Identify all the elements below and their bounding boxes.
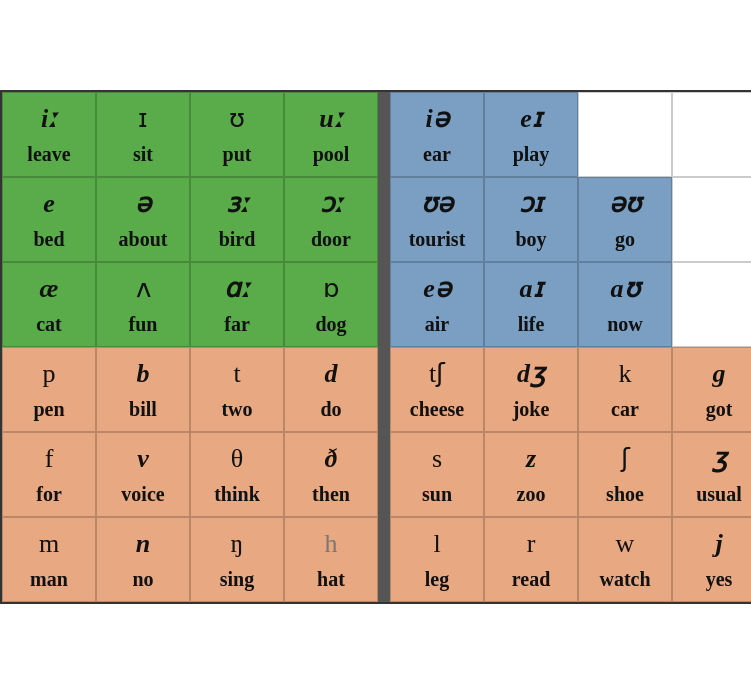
phonetic-symbol: eə [423,271,451,307]
phonetic-cell: iəear [390,92,484,177]
phonetic-cell: aʊnow [578,262,672,347]
phonetic-word: read [512,565,551,593]
phonetic-word: sun [422,480,452,508]
column-divider [378,517,390,602]
phonetic-word: pen [33,395,64,423]
phonetic-symbol: ɑː [224,271,250,307]
column-divider [378,262,390,347]
phonetic-cell: ŋsing [190,517,284,602]
phonetic-cell: dʒjoke [484,347,578,432]
phonetic-word: about [119,225,168,253]
phonetic-symbol: ɔɪ [519,186,543,222]
phonetic-word: ear [423,140,451,168]
phonetic-cell: ɔːdoor [284,177,378,262]
phonetic-word: voice [121,480,164,508]
phonetic-cell: iːleave [2,92,96,177]
phonetic-word: boy [515,225,546,253]
phonetic-word: dog [315,310,346,338]
phonetic-symbol: m [39,526,59,562]
phonetic-word: sit [133,140,153,168]
phonetic-word: life [518,310,545,338]
phonetic-symbol: b [137,356,150,392]
phonetic-cell [672,177,751,262]
phonetic-cell: əabout [96,177,190,262]
phonetic-cell [672,92,751,177]
phonetic-cell: ðthen [284,432,378,517]
phonetic-cell: ppen [2,347,96,432]
phonetic-word: got [706,395,733,423]
phonetic-word: car [611,395,639,423]
phonetic-symbol: dʒ [517,356,545,392]
phonetic-symbol: ŋ [231,526,244,562]
phonetic-word: shoe [606,480,644,508]
phonetic-symbol: ə [135,186,151,222]
phonetic-symbol: ɔː [320,186,343,222]
column-divider [378,347,390,432]
phonetic-symbol: l [433,526,440,562]
phonetic-symbol: t [233,356,240,392]
phonetic-symbol: aɪ [520,271,543,307]
phonetic-symbol: æ [40,271,59,307]
phonetic-symbol: ʊ [229,101,245,137]
phonetic-word: yes [706,565,733,593]
phonetic-word: cheese [410,395,464,423]
phonetic-word: then [312,480,350,508]
phonetic-symbol: ɪ [138,101,148,137]
phonetic-symbol: ʒ [712,441,727,477]
phonetic-word: joke [513,395,550,423]
phonetic-cell: ebed [2,177,96,262]
phonetic-symbol: g [713,356,726,392]
phonetic-cell: eəair [390,262,484,347]
phonetic-cell: ʃshoe [578,432,672,517]
phonetic-cell: ʒusual [672,432,751,517]
phonetic-cell: jyes [672,517,751,602]
phonetic-cell: ffor [2,432,96,517]
phonetic-word: now [607,310,643,338]
phonetic-word: sing [220,565,254,593]
phonetic-symbol: f [45,441,54,477]
phonetic-cell: bbill [96,347,190,432]
phonetic-word: bird [219,225,256,253]
column-divider [378,432,390,517]
phonetic-symbol: uː [319,101,342,137]
phonetic-word: hat [317,565,345,593]
phonetic-word: go [615,225,635,253]
phonetic-symbol: ɜː [226,186,249,222]
phonetic-word: leg [425,565,449,593]
phonetic-cell: tʃcheese [390,347,484,432]
phonetic-word: bill [129,395,157,423]
phonetic-cell: æcat [2,262,96,347]
phonetic-cell: θthink [190,432,284,517]
phonetic-symbol: tʃ [429,356,445,392]
phonetic-symbol: z [526,441,536,477]
phonetic-word: put [223,140,252,168]
phonetic-symbol: v [137,441,149,477]
phonetics-table: iːleaveɪsitʊputuːpooliəeareɪplayebedəabo… [0,90,751,604]
phonetic-cell: ggot [672,347,751,432]
phonetic-symbol: aʊ [611,271,640,307]
phonetic-cell: əʊgo [578,177,672,262]
phonetic-cell: zzoo [484,432,578,517]
phonetic-cell: ɔɪboy [484,177,578,262]
phonetic-cell: ʊətourist [390,177,484,262]
phonetic-cell: uːpool [284,92,378,177]
phonetic-symbol: əʊ [609,186,641,222]
phonetic-cell [672,262,751,347]
phonetic-word: far [224,310,250,338]
phonetic-symbol: eɪ [520,101,542,137]
phonetic-word: bed [33,225,64,253]
phonetic-cell: ɜːbird [190,177,284,262]
phonetic-cell: eɪplay [484,92,578,177]
phonetic-symbol: ɒ [323,271,340,307]
phonetic-word: man [30,565,68,593]
phonetic-word: leave [27,140,70,168]
phonetic-word: do [320,395,341,423]
phonetic-symbol: iː [41,101,57,137]
phonetic-word: door [311,225,351,253]
phonetic-cell: ʊput [190,92,284,177]
phonetic-symbol: ʊə [421,186,453,222]
phonetic-cell: rread [484,517,578,602]
phonetic-symbol: k [619,356,632,392]
phonetic-symbol: ʌ [136,271,151,307]
phonetic-cell: ɑːfar [190,262,284,347]
